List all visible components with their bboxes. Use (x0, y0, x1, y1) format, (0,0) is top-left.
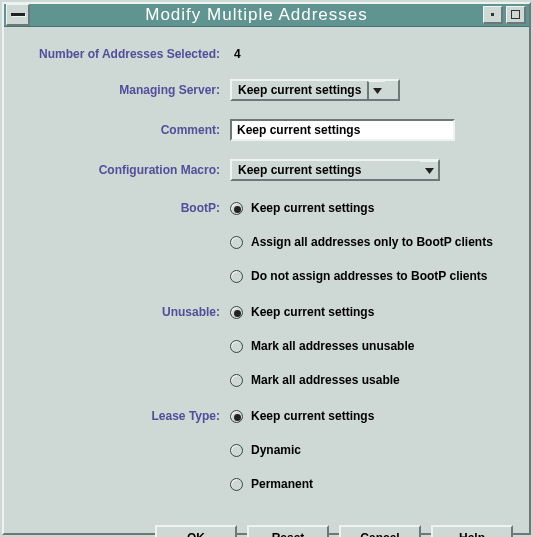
window-menu-button[interactable] (6, 4, 30, 26)
server-label: Managing Server: (16, 83, 230, 97)
dropdown-arrow-icon (420, 161, 438, 179)
unusable-label: Unusable: (16, 303, 230, 319)
bootp-radio-group: Keep current settingsAssign all addresse… (230, 199, 493, 299)
ok-button[interactable]: OK (155, 525, 237, 537)
count-row: Number of Addresses Selected: 4 (16, 47, 517, 61)
server-row: Managing Server: Keep current settings (16, 79, 517, 101)
svg-marker-1 (425, 168, 434, 174)
lease-option[interactable]: Keep current settings (230, 407, 374, 425)
svg-marker-0 (373, 88, 382, 94)
radio-icon (230, 478, 243, 491)
macro-value: Keep current settings (232, 163, 420, 177)
managing-server-dropdown[interactable]: Keep current settings (230, 79, 400, 101)
bootp-option[interactable]: Assign all addresses only to BootP clien… (230, 233, 493, 251)
bootp-label: BootP: (16, 199, 230, 215)
radio-icon (230, 202, 243, 215)
dialog-window: Modify Multiple Addresses Number of Addr… (2, 2, 531, 535)
radio-icon (230, 444, 243, 457)
radio-label: Mark all addresses unusable (251, 339, 414, 353)
comment-label: Comment: (16, 123, 230, 137)
server-value: Keep current settings (232, 83, 367, 97)
unusable-option[interactable]: Mark all addresses usable (230, 371, 414, 389)
unusable-option[interactable]: Mark all addresses unusable (230, 337, 414, 355)
bootp-option[interactable]: Do not assign addresses to BootP clients (230, 267, 493, 285)
minimize-button[interactable] (483, 6, 503, 24)
help-button[interactable]: Help (431, 525, 513, 537)
lease-option[interactable]: Dynamic (230, 441, 374, 459)
lease-label: Lease Type: (16, 407, 230, 423)
config-macro-dropdown[interactable]: Keep current settings (230, 159, 440, 181)
cancel-button[interactable]: Cancel (339, 525, 421, 537)
unusable-option[interactable]: Keep current settings (230, 303, 414, 321)
comment-row: Comment: (16, 119, 517, 141)
radio-label: Permanent (251, 477, 313, 491)
radio-label: Assign all addresses only to BootP clien… (251, 235, 493, 249)
unusable-radio-group: Keep current settingsMark all addresses … (230, 303, 414, 403)
button-bar: OK Reset Cancel Help (4, 521, 529, 537)
radio-icon (230, 410, 243, 423)
titlebar: Modify Multiple Addresses (4, 4, 529, 27)
lease-row: Lease Type: Keep current settingsDynamic… (16, 407, 517, 507)
reset-button[interactable]: Reset (247, 525, 329, 537)
window-title: Modify Multiple Addresses (30, 5, 483, 25)
count-value: 4 (234, 47, 241, 61)
radio-label: Mark all addresses usable (251, 373, 400, 387)
radio-label: Keep current settings (251, 305, 374, 319)
macro-row: Configuration Macro: Keep current settin… (16, 159, 517, 181)
radio-label: Keep current settings (251, 201, 374, 215)
form-body: Number of Addresses Selected: 4 Managing… (4, 27, 529, 521)
maximize-button[interactable] (506, 6, 526, 24)
dropdown-arrow-icon (367, 81, 385, 99)
radio-icon (230, 340, 243, 353)
lease-option[interactable]: Permanent (230, 475, 374, 493)
bootp-option[interactable]: Keep current settings (230, 199, 493, 217)
comment-input[interactable] (230, 119, 455, 141)
radio-icon (230, 374, 243, 387)
radio-label: Do not assign addresses to BootP clients (251, 269, 488, 283)
radio-label: Dynamic (251, 443, 301, 457)
radio-icon (230, 236, 243, 249)
unusable-row: Unusable: Keep current settingsMark all … (16, 303, 517, 403)
bootp-row: BootP: Keep current settingsAssign all a… (16, 199, 517, 299)
radio-icon (230, 270, 243, 283)
radio-icon (230, 306, 243, 319)
radio-label: Keep current settings (251, 409, 374, 423)
lease-radio-group: Keep current settingsDynamicPermanent (230, 407, 374, 507)
macro-label: Configuration Macro: (16, 163, 230, 177)
count-label: Number of Addresses Selected: (16, 47, 230, 61)
